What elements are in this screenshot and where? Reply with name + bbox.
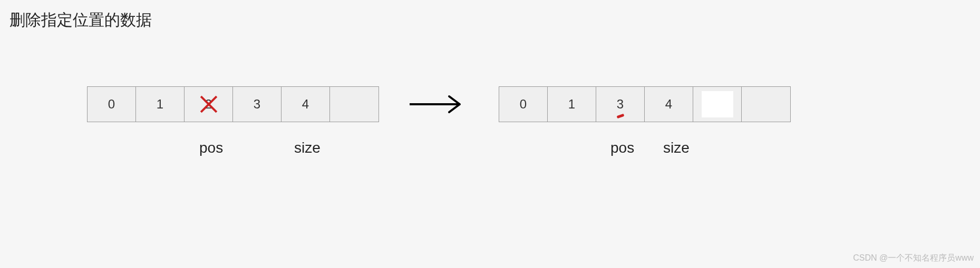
watermark: CSDN @一个不知名程序员www [853, 253, 974, 264]
label-size-after: size [663, 140, 690, 156]
cell-after-4 [693, 87, 742, 122]
cell-after-5 [742, 87, 790, 122]
label-size-before: size [294, 140, 321, 156]
cell-before-2-value: 2 [205, 97, 212, 112]
diagram-title: 删除指定位置的数据 [9, 9, 152, 31]
transform-arrow-icon [407, 88, 470, 120]
cell-before-3: 3 [233, 87, 282, 122]
cell-before-5 [330, 87, 379, 122]
label-pos-after: pos [610, 140, 634, 156]
cell-after-0: 0 [499, 87, 548, 122]
array-after: 0 1 3 4 [499, 86, 791, 122]
cell-after-2-value: 3 [617, 97, 624, 112]
cell-after-1: 1 [548, 87, 596, 122]
empty-slot-highlight [702, 91, 733, 117]
label-pos-before: pos [199, 140, 223, 156]
cell-after-2: 3 [596, 87, 645, 122]
overwrite-mark-icon [616, 114, 624, 118]
cell-before-4: 4 [282, 87, 330, 122]
cell-before-2: 2 [185, 87, 233, 122]
cell-after-3: 4 [645, 87, 693, 122]
cell-before-0: 0 [88, 87, 136, 122]
cell-before-1: 1 [136, 87, 185, 122]
array-before: 0 1 2 3 4 [87, 86, 379, 122]
